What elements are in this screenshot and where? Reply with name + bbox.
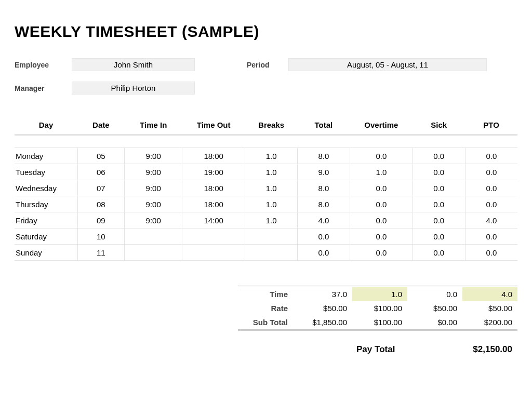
manager-value: Philip Horton (72, 82, 195, 95)
table-row: Friday099:0014:001.04.00.00.04.0 (15, 212, 517, 229)
cell-overtime: 0.0 (350, 245, 413, 261)
cell-sick: 0.0 (413, 148, 465, 164)
summary-rate-total: $50.00 (297, 301, 352, 315)
col-sick: Sick (413, 117, 465, 136)
cell-pto: 0.0 (465, 148, 517, 164)
col-date: Date (77, 117, 125, 136)
summary-rate-overtime: $100.00 (352, 301, 407, 315)
cell-total: 8.0 (297, 148, 350, 164)
cell-time_out (182, 245, 245, 261)
cell-total: 0.0 (297, 245, 350, 261)
cell-pto: 0.0 (465, 229, 517, 245)
table-row: Sunday110.00.00.00.0 (15, 245, 517, 261)
summary-subtotal-total: $1,850.00 (297, 315, 352, 330)
col-time-out: Time Out (182, 117, 245, 136)
pay-total-row: Pay Total $2,150.00 (15, 344, 517, 355)
cell-overtime: 0.0 (350, 180, 413, 196)
table-row: Monday059:0018:001.08.00.00.00.0 (15, 148, 517, 164)
summary-time-pto: 4.0 (462, 287, 517, 302)
cell-total: 8.0 (297, 196, 350, 212)
employee-label: Employee (15, 61, 72, 69)
cell-total: 8.0 (297, 180, 350, 196)
col-total: Total (297, 117, 350, 136)
summary-rate-sick: $50.00 (407, 301, 462, 315)
info-row-2: Manager Philip Horton (15, 82, 517, 95)
cell-date: 10 (77, 229, 125, 245)
cell-time_in (125, 245, 182, 261)
cell-overtime: 0.0 (350, 148, 413, 164)
summary-time-overtime: 1.0 (352, 287, 407, 302)
cell-pto: 0.0 (465, 164, 517, 180)
col-time-in: Time In (125, 117, 182, 136)
cell-day: Wednesday (15, 180, 77, 196)
pay-total-value: $2,150.00 (473, 344, 512, 355)
col-pto: PTO (465, 117, 517, 136)
cell-date: 09 (77, 212, 125, 229)
cell-day: Saturday (15, 229, 77, 245)
cell-date: 06 (77, 164, 125, 180)
summary-time-total: 37.0 (297, 287, 352, 302)
cell-total: 0.0 (297, 229, 350, 245)
manager-label: Manager (15, 84, 72, 92)
cell-date: 11 (77, 245, 125, 261)
info-row-1: Employee John Smith Period August, 05 - … (15, 58, 517, 71)
cell-sick: 0.0 (413, 180, 465, 196)
summary-time-label: Time (238, 287, 297, 302)
cell-time_out: 14:00 (182, 212, 245, 229)
cell-time_in (125, 229, 182, 245)
cell-overtime: 0.0 (350, 212, 413, 229)
cell-day: Friday (15, 212, 77, 229)
cell-sick: 0.0 (413, 196, 465, 212)
cell-breaks (245, 229, 298, 245)
cell-pto: 0.0 (465, 180, 517, 196)
cell-time_out: 18:00 (182, 196, 245, 212)
summary-rate-row: Rate $50.00 $100.00 $50.00 $50.00 (238, 301, 517, 315)
employee-value: John Smith (72, 58, 195, 71)
summary-time-sick: 0.0 (407, 287, 462, 302)
cell-total: 9.0 (297, 164, 350, 180)
cell-sick: 0.0 (413, 245, 465, 261)
cell-date: 07 (77, 180, 125, 196)
cell-time_in: 9:00 (125, 212, 182, 229)
cell-breaks: 1.0 (245, 164, 298, 180)
cell-sick: 0.0 (413, 229, 465, 245)
cell-day: Sunday (15, 245, 77, 261)
table-row: Wednesday079:0018:001.08.00.00.00.0 (15, 180, 517, 196)
header-row: Day Date Time In Time Out Breaks Total O… (15, 117, 517, 136)
summary-subtotal-overtime: $100.00 (352, 315, 407, 330)
cell-overtime: 0.0 (350, 229, 413, 245)
cell-time_in: 9:00 (125, 196, 182, 212)
cell-breaks: 1.0 (245, 180, 298, 196)
table-row: Tuesday069:0019:001.09.01.00.00.0 (15, 164, 517, 180)
summary-subtotal-label: Sub Total (238, 315, 297, 330)
table-row: Saturday100.00.00.00.0 (15, 229, 517, 245)
summary-rate-pto: $50.00 (462, 301, 517, 315)
col-breaks: Breaks (245, 117, 298, 136)
page-title: WEEKLY TIMESHEET (SAMPLE) (15, 23, 517, 41)
cell-day: Tuesday (15, 164, 77, 180)
table-row: Thursday089:0018:001.08.00.00.00.0 (15, 196, 517, 212)
cell-breaks: 1.0 (245, 148, 298, 164)
cell-time_in: 9:00 (125, 180, 182, 196)
period-label: Period (247, 61, 288, 69)
cell-time_in: 9:00 (125, 148, 182, 164)
summary-subtotal-row: Sub Total $1,850.00 $100.00 $0.00 $200.0… (238, 315, 517, 330)
cell-pto: 4.0 (465, 212, 517, 229)
cell-time_out: 18:00 (182, 148, 245, 164)
cell-time_out: 19:00 (182, 164, 245, 180)
cell-date: 08 (77, 196, 125, 212)
col-day: Day (15, 117, 77, 136)
summary-time-row: Time 37.0 1.0 0.0 4.0 (238, 287, 517, 302)
cell-date: 05 (77, 148, 125, 164)
timesheet-table: Day Date Time In Time Out Breaks Total O… (15, 117, 517, 261)
cell-day: Thursday (15, 196, 77, 212)
cell-breaks (245, 245, 298, 261)
cell-sick: 0.0 (413, 164, 465, 180)
cell-total: 4.0 (297, 212, 350, 229)
cell-sick: 0.0 (413, 212, 465, 229)
col-overtime: Overtime (350, 117, 413, 136)
cell-time_out (182, 229, 245, 245)
summary-subtotal-pto: $200.00 (462, 315, 517, 330)
cell-breaks: 1.0 (245, 212, 298, 229)
summary-table: Time 37.0 1.0 0.0 4.0 Rate $50.00 $100.0… (238, 286, 517, 331)
